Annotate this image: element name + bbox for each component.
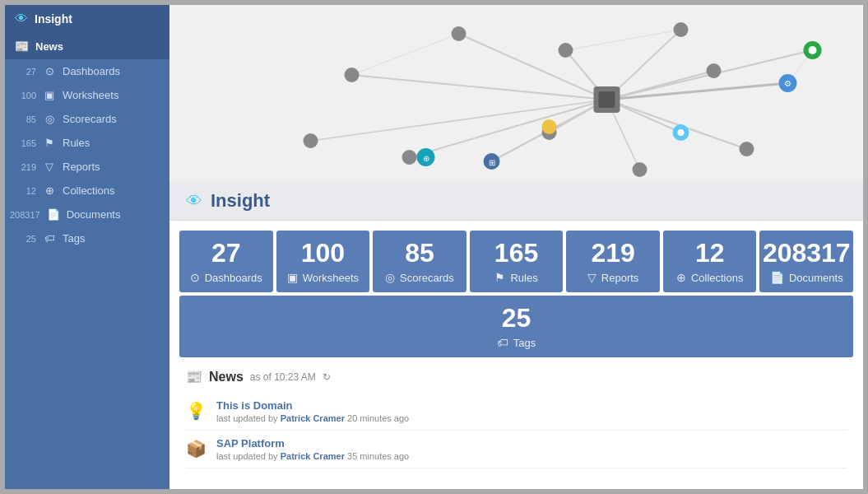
news-item-author-sap[interactable]: Patrick Cramer — [281, 451, 345, 461]
stat-label-tags: Tags — [513, 337, 536, 349]
news-item-title-domain[interactable]: This is Domain — [216, 399, 409, 412]
svg-point-22 — [559, 43, 573, 58]
news-item-content-domain: This is Domain last updated by Patrick C… — [216, 399, 409, 423]
stat-number-collections: 12 — [695, 239, 725, 268]
main-content: ⚙ ⊕ ⊞ 👁 Insight 27 — [169, 5, 863, 489]
news-item-meta-sap: last updated by Patrick Cramer 35 minute… — [216, 451, 409, 461]
sidebar-item-worksheets[interactable]: 100 ▣ Worksheets — [5, 83, 169, 107]
stat-number-dashboards: 27 — [211, 239, 241, 268]
insight-header: 👁 Insight — [169, 182, 863, 221]
stats-grid: 27 ⊙ Dashboards 100 ▣ Worksheets 85 ◎ Sc… — [169, 221, 863, 361]
app-container: 👁 Insight 📰 News 27 ⊙ Dashboards 100 ▣ W… — [0, 0, 868, 494]
stat-icon-collections: ⊕ — [676, 271, 686, 284]
news-header-icon: 📰 — [186, 369, 202, 384]
sidebar-icon-reports: ▽ — [41, 161, 58, 173]
stat-label-scorecards: Scorecards — [400, 272, 454, 284]
sidebar-item-scorecards[interactable]: 85 ◎ Scorecards — [5, 107, 169, 131]
stat-number-worksheets: 100 — [301, 239, 345, 268]
stat-label-rules: Rules — [510, 272, 537, 284]
news-item-content-sap: SAP Platform last updated by Patrick Cra… — [216, 437, 409, 461]
stat-label-dashboards: Dashboards — [205, 272, 262, 284]
stat-number-reports: 219 — [591, 239, 634, 268]
news-item-author-domain[interactable]: Patrick Cramer — [281, 413, 345, 423]
news-item-domain: 💡 This is Domain last updated by Patrick… — [186, 393, 847, 431]
stat-label-worksheets: Worksheets — [303, 272, 359, 284]
stat-icon-rules: ⚑ — [494, 271, 505, 284]
stat-number-scorecards: 85 — [405, 239, 434, 268]
sidebar-label-tags: Tags — [63, 232, 85, 245]
stat-number-tags: 25 — [502, 304, 531, 333]
sidebar: 👁 Insight 📰 News 27 ⊙ Dashboards 100 ▣ W… — [5, 5, 169, 489]
sidebar-icon-worksheets: ▣ — [41, 89, 58, 101]
sidebar-icon-dashboards: ⊙ — [41, 65, 58, 77]
news-item-icon-domain: 💡 — [186, 401, 207, 421]
sidebar-count-tags: 25 — [10, 234, 36, 244]
sidebar-label-documents: Documents — [67, 208, 121, 221]
svg-point-27 — [402, 150, 417, 165]
svg-point-36 — [542, 119, 557, 134]
stat-card-worksheets[interactable]: 100 ▣ Worksheets — [276, 231, 370, 292]
news-item-sap: 📦 SAP Platform last updated by Patrick C… — [186, 431, 847, 468]
svg-point-28 — [304, 133, 318, 148]
sidebar-items-list: 27 ⊙ Dashboards 100 ▣ Worksheets 85 ◎ Sc… — [5, 59, 169, 250]
sidebar-header: 👁 Insight — [5, 5, 169, 33]
sidebar-count-worksheets: 100 — [10, 91, 36, 100]
sidebar-count-scorecards: 85 — [10, 114, 36, 124]
news-header-time: as of 10:23 AM — [250, 371, 316, 383]
sidebar-label-worksheets: Worksheets — [63, 89, 118, 101]
sidebar-item-dashboards[interactable]: 27 ⊙ Dashboards — [5, 59, 169, 83]
svg-text:⚙: ⚙ — [784, 79, 791, 88]
stat-label-documents: Documents — [789, 272, 843, 284]
insight-title: Insight — [211, 190, 270, 212]
news-header-title: News — [209, 370, 244, 384]
stat-card-scorecards[interactable]: 85 ◎ Scorecards — [373, 231, 466, 292]
svg-point-21 — [452, 26, 466, 41]
sidebar-icon-rules: ⚑ — [41, 137, 58, 149]
stat-card-rules[interactable]: 165 ⚑ Rules — [470, 231, 564, 292]
insight-eye-icon: 👁 — [186, 192, 202, 211]
svg-point-29 — [633, 162, 648, 177]
refresh-icon[interactable]: ↻ — [323, 371, 331, 383]
svg-text:⊕: ⊕ — [423, 154, 429, 163]
stat-icon-reports: ▽ — [587, 271, 596, 284]
sidebar-count-rules: 165 — [10, 138, 36, 148]
sidebar-icon-collections: ⊕ — [41, 184, 58, 197]
stat-icon-tags: 🏷 — [497, 336, 508, 349]
sidebar-news-item[interactable]: 📰 News — [5, 33, 169, 59]
news-item-title-sap[interactable]: SAP Platform — [216, 437, 409, 450]
stat-card-documents[interactable]: 208317 📄 Documents — [759, 231, 853, 292]
sidebar-count-documents: 208317 — [10, 210, 40, 220]
stat-icon-worksheets: ▣ — [287, 271, 298, 284]
sidebar-icon-tags: 🏷 — [41, 232, 58, 245]
sidebar-item-rules[interactable]: 165 ⚑ Rules — [5, 131, 169, 155]
stat-label-collections: Collections — [691, 272, 744, 284]
sidebar-label-rules: Rules — [63, 137, 90, 149]
stat-card-tags[interactable]: 25 🏷 Tags — [179, 296, 853, 357]
svg-point-33 — [809, 46, 817, 54]
sidebar-news-label: News — [35, 40, 63, 53]
news-item-icon-sap: 📦 — [186, 439, 207, 459]
news-section: 📰 News as of 10:23 AM ↻ 💡 This is Domain… — [169, 361, 863, 477]
stat-number-rules: 165 — [494, 239, 538, 268]
svg-rect-0 — [171, 5, 862, 182]
news-item-meta-domain: last updated by Patrick Cramer 20 minute… — [216, 413, 409, 423]
sidebar-item-collections[interactable]: 12 ⊕ Collections — [5, 179, 169, 203]
sidebar-icon-documents: 📄 — [45, 208, 62, 221]
stat-icon-dashboards: ⊙ — [190, 271, 200, 284]
stat-number-documents: 208317 — [763, 239, 851, 268]
news-items-list: 💡 This is Domain last updated by Patrick… — [186, 393, 847, 468]
svg-rect-19 — [599, 91, 615, 108]
stat-card-reports[interactable]: 219 ▽ Reports — [566, 231, 660, 292]
sidebar-count-dashboards: 27 — [10, 67, 36, 77]
sidebar-item-documents[interactable]: 208317 📄 Documents — [5, 203, 169, 226]
sidebar-item-reports[interactable]: 219 ▽ Reports — [5, 155, 169, 179]
svg-point-38 — [678, 129, 685, 136]
stat-card-collections[interactable]: 12 ⊕ Collections — [663, 231, 757, 292]
network-graph: ⚙ ⊕ ⊞ — [169, 5, 863, 182]
news-icon: 📰 — [15, 40, 29, 53]
sidebar-label-reports: Reports — [63, 161, 100, 173]
sidebar-label-collections: Collections — [63, 184, 115, 197]
stat-card-dashboards[interactable]: 27 ⊙ Dashboards — [179, 231, 273, 292]
sidebar-header-label: Insight — [35, 12, 72, 26]
sidebar-item-tags[interactable]: 25 🏷 Tags — [5, 226, 169, 250]
